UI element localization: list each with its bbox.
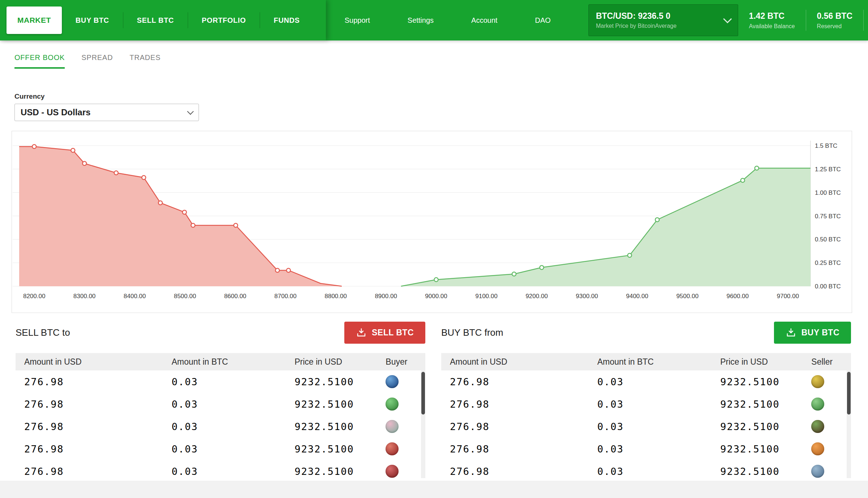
buy-btc-button[interactable]: BUY BTC <box>774 322 851 344</box>
buy-depth-marker <box>655 218 659 222</box>
tab-spread[interactable]: SPREAD <box>81 53 113 69</box>
balance-reserved-label: Reserved <box>817 23 852 30</box>
balance-available-value: 1.42 BTC <box>749 11 795 21</box>
sell-depth-marker <box>114 171 118 175</box>
cell-amount-btc: 0.03 <box>597 460 720 482</box>
table-row[interactable]: 276.980.039232.5100 <box>16 460 425 482</box>
sell-depth-area <box>19 147 342 286</box>
cell-price: 9232.5100 <box>294 415 380 438</box>
scrollbar[interactable] <box>847 370 851 478</box>
buy-depth-marker <box>512 272 516 276</box>
nav-sell-btc[interactable]: SELL BTC <box>137 16 174 25</box>
table-row[interactable]: 276.980.039232.5100 <box>441 460 851 482</box>
nav-market[interactable]: MARKET <box>7 7 62 34</box>
nav-support[interactable]: Support <box>345 16 370 25</box>
scrollbar-thumb[interactable] <box>847 372 851 415</box>
market-price-selector[interactable]: BTC/USD: 9236.5 0 Market Price by Bitcoi… <box>588 4 738 36</box>
table-row[interactable]: 276.980.039232.5100 <box>16 393 425 415</box>
table-row[interactable]: 276.980.039232.5100 <box>441 438 851 460</box>
cell-price: 9232.5100 <box>720 370 806 393</box>
buy-depth-marker <box>434 278 438 282</box>
nav-divider <box>188 12 188 28</box>
x-axis-tick-label: 9500.00 <box>676 293 698 300</box>
currency-select[interactable]: USD - US Dollars <box>14 104 199 121</box>
x-axis-tick-label: 9700.00 <box>777 293 799 300</box>
currency-selected-value: USD - US Dollars <box>21 107 90 117</box>
sell-depth-marker <box>82 162 86 166</box>
tray-arrow-down-icon <box>356 327 367 338</box>
x-axis-tick-label: 8700.00 <box>275 293 297 300</box>
x-axis-tick-label: 8200.00 <box>23 293 45 300</box>
top-nav: MARKET BUY BTC SELL BTC PORTFOLIO FUNDS … <box>0 0 868 40</box>
column-header: Buyer <box>380 353 425 370</box>
nav-right: BTC/USD: 9236.5 0 Market Price by Bitcoi… <box>588 4 868 36</box>
market-price-source: Market Price by BitcoinAverage <box>596 23 677 29</box>
tab-offer-book[interactable]: OFFER BOOK <box>14 53 65 69</box>
avatar[interactable] <box>386 420 399 433</box>
cell-amount-usd: 276.98 <box>16 415 171 438</box>
sell-depth-marker <box>286 268 290 272</box>
avatar[interactable] <box>386 465 399 478</box>
y-axis-tick-label: 0.25 BTC <box>815 259 841 266</box>
avatar[interactable] <box>386 398 399 411</box>
buy-btc-button-label: BUY BTC <box>801 328 839 338</box>
table-row[interactable]: 276.980.039232.5100 <box>16 415 425 438</box>
sell-btc-button[interactable]: SELL BTC <box>344 322 425 344</box>
depth-chart: 1.5 BTC1.25 BTC1.00 BTC0.75 BTC0.50 BTC0… <box>12 131 852 312</box>
y-axis-tick-label: 0.00 BTC <box>815 283 841 290</box>
avatar[interactable] <box>811 398 824 411</box>
column-header: Seller <box>806 353 851 370</box>
cell-amount-btc: 0.03 <box>597 393 720 415</box>
nav-settings[interactable]: Settings <box>408 16 434 25</box>
nav-account[interactable]: Account <box>471 16 497 25</box>
nav-dao[interactable]: DAO <box>535 16 550 25</box>
scrollbar[interactable] <box>421 370 425 478</box>
tray-arrow-down-icon <box>786 327 796 338</box>
avatar[interactable] <box>811 465 824 478</box>
x-axis-tick-label: 9400.00 <box>626 293 648 300</box>
nav-buy-btc[interactable]: BUY BTC <box>76 16 109 25</box>
nav-funds[interactable]: FUNDS <box>274 16 300 25</box>
column-header: Price in USD <box>294 353 380 370</box>
column-header: Amount in BTC <box>171 353 294 370</box>
balance-reserved-value: 0.56 BTC <box>817 11 852 21</box>
cell-price: 9232.5100 <box>294 393 380 415</box>
table-row[interactable]: 276.980.039232.5100 <box>16 370 425 393</box>
avatar[interactable] <box>811 375 824 388</box>
cell-amount-btc: 0.03 <box>171 415 294 438</box>
x-axis-tick-label: 9300.00 <box>576 293 598 300</box>
sell-depth-marker <box>32 145 36 149</box>
scrollbar-thumb[interactable] <box>421 372 425 415</box>
y-axis-tick-label: 0.75 BTC <box>815 213 841 220</box>
sell-depth-marker <box>142 176 146 180</box>
avatar[interactable] <box>811 442 824 455</box>
cell-amount-usd: 276.98 <box>441 460 597 482</box>
sell-offers-column: SELL BTC to SELL BTC Amount in USDAmount… <box>16 322 425 482</box>
cell-amount-btc: 0.03 <box>171 460 294 482</box>
table-row[interactable]: 276.980.039232.5100 <box>16 438 425 460</box>
avatar[interactable] <box>386 442 399 455</box>
avatar[interactable] <box>386 375 399 388</box>
cell-amount-btc: 0.03 <box>171 370 294 393</box>
balance-locked: 1.09 BTC Locked <box>864 11 868 30</box>
tab-trades[interactable]: TRADES <box>129 53 161 69</box>
nav-divider <box>123 12 123 28</box>
sell-depth-marker <box>71 148 75 152</box>
avatar[interactable] <box>811 420 824 433</box>
x-axis-tick-label: 8400.00 <box>124 293 146 300</box>
cell-amount-btc: 0.03 <box>171 438 294 460</box>
y-axis-tick-label: 1.25 BTC <box>815 166 841 173</box>
table-row[interactable]: 276.980.039232.5100 <box>441 370 851 393</box>
sell-depth-marker <box>158 201 162 205</box>
offer-book: SELL BTC to SELL BTC Amount in USDAmount… <box>0 313 868 482</box>
buy-depth-marker <box>741 178 745 182</box>
balance-reserved: 0.56 BTC Reserved <box>806 11 863 30</box>
sell-depth-marker <box>191 223 195 227</box>
y-axis-tick-label: 1.00 BTC <box>815 189 841 196</box>
cell-amount-btc: 0.03 <box>597 438 720 460</box>
buy-offers-table: Amount in USDAmount in BTCPrice in USDSe… <box>441 353 851 482</box>
secondary-nav: Support Settings Account DAO <box>345 16 588 25</box>
nav-portfolio[interactable]: PORTFOLIO <box>202 16 246 25</box>
table-row[interactable]: 276.980.039232.5100 <box>441 393 851 415</box>
table-row[interactable]: 276.980.039232.5100 <box>441 415 851 438</box>
